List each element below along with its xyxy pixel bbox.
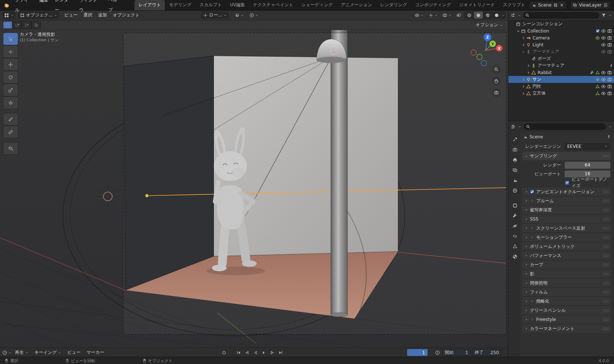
properties-tab-world[interactable] (510, 186, 520, 195)
workspace-tab-texture-paint[interactable]: テクスチャペイント (249, 0, 297, 10)
chevron-right-icon[interactable] (521, 35, 526, 41)
workspace-tab-layout[interactable]: レイアウト (134, 0, 165, 10)
frame-start-field[interactable]: 開始 1 (442, 349, 471, 356)
outliner-item-collection[interactable]: Collection (508, 27, 614, 34)
chevron-down-icon[interactable] (8, 351, 12, 355)
pan-button[interactable] (492, 77, 501, 85)
properties-tab-material[interactable] (510, 252, 520, 261)
camera-toggle-icon[interactable] (607, 35, 612, 41)
panel-drag-handle[interactable] (603, 199, 609, 203)
snap-toggle[interactable] (233, 11, 246, 19)
jump-last-button[interactable] (277, 349, 284, 356)
panel-drag-handle[interactable] (603, 154, 609, 158)
panel-drag-handle[interactable] (603, 190, 609, 194)
eye-icon[interactable] (601, 42, 606, 47)
eye-icon[interactable] (601, 91, 606, 96)
timeline-menu-playback[interactable]: 再生 (12, 348, 31, 357)
frame-end-field[interactable]: 終了 250 (472, 349, 501, 356)
shading-rendered-button[interactable] (492, 12, 501, 19)
timeline-editor-icon[interactable] (2, 350, 7, 355)
chevron-down-icon[interactable] (518, 14, 521, 17)
tool-annotate-button[interactable] (3, 113, 18, 125)
xray-toggle[interactable] (455, 11, 463, 19)
outliner-item-scene-collection[interactable]: シーンコレクション (508, 20, 614, 27)
menu-render[interactable]: レンダー (52, 0, 76, 15)
tool-cursor-button[interactable] (3, 46, 18, 58)
section-motion-blur[interactable]: モーションブラー (522, 233, 611, 241)
section-screen-space-reflections-checkbox[interactable] (530, 226, 534, 230)
eye-icon[interactable] (601, 70, 606, 75)
properties-tab-modifiers[interactable] (510, 211, 520, 221)
eye-icon[interactable] (601, 35, 606, 41)
axis-plus-y-ball[interactable]: Y (489, 41, 496, 47)
properties-search-input[interactable] (524, 123, 606, 130)
chevron-right-icon[interactable] (521, 77, 526, 82)
chevron-right-icon[interactable] (526, 63, 531, 68)
tool-rotate-button[interactable] (3, 71, 18, 83)
chevron-right-icon[interactable] (521, 91, 526, 96)
axis-minus-z-ball[interactable] (481, 61, 487, 66)
pin-icon[interactable] (607, 135, 611, 139)
panel-drag-handle[interactable] (603, 272, 609, 276)
panel-drag-handle[interactable] (603, 236, 609, 239)
current-frame-field[interactable]: 1 (407, 349, 428, 356)
chevron-down-icon[interactable] (608, 14, 612, 17)
outliner-item-sun[interactable]: サン (508, 76, 614, 83)
workspace-tab-scripting[interactable]: スクリプト (499, 0, 529, 10)
timeline-menu-marker[interactable]: マーカー (84, 348, 107, 357)
eye-icon[interactable] (601, 84, 606, 89)
workspace-tab-compositing[interactable]: コンポジティング (411, 0, 455, 10)
panel-drag-handle[interactable] (603, 318, 609, 321)
axis-minus-x-ball[interactable] (471, 50, 477, 55)
next-keyframe-button[interactable] (268, 349, 276, 356)
properties-tab-tool[interactable] (510, 135, 520, 144)
tool-move-button[interactable] (3, 58, 18, 70)
workspace-tab-shading[interactable]: シェーディング (297, 0, 337, 10)
render-engine-dropdown[interactable]: EEVEE (565, 143, 610, 150)
prev-keyframe-button[interactable] (243, 349, 251, 356)
gizmos-dropdown[interactable] (427, 11, 439, 19)
camera-view-button[interactable] (492, 88, 501, 97)
camera-toggle-icon[interactable] (607, 49, 612, 54)
section-film[interactable]: フィルム (522, 288, 611, 296)
jump-first-button[interactable] (235, 349, 242, 356)
section-bloom-checkbox[interactable] (530, 199, 534, 203)
camera-toggle-icon[interactable] (607, 91, 612, 96)
viewport-denoise-checkbox[interactable] (565, 180, 569, 185)
use-preview-range-button[interactable] (433, 349, 441, 356)
properties-tab-object-data[interactable] (510, 242, 520, 251)
panel-drag-handle[interactable] (603, 227, 609, 230)
properties-tab-scene[interactable] (510, 176, 520, 185)
outliner-item-pose[interactable]: ポーズ (508, 55, 614, 62)
section-performance[interactable]: パフォーマンス (522, 252, 611, 260)
menu-file[interactable]: ファイル (12, 0, 36, 15)
shading-material-button[interactable] (483, 12, 492, 19)
play-reverse-button[interactable] (251, 349, 259, 356)
tool-scale-button[interactable] (3, 84, 18, 96)
shading-wireframe-button[interactable] (465, 12, 474, 19)
outliner-item-armature[interactable]: アーマチュア (508, 48, 614, 55)
outliner-search-input[interactable] (523, 12, 599, 19)
chevron-right-icon[interactable] (521, 42, 526, 47)
outliner-item-cylinder[interactable]: 円柱 (508, 83, 614, 90)
outliner-item-camera[interactable]: Camera (508, 34, 614, 41)
panel-drag-handle[interactable] (603, 309, 609, 312)
workspace-tab-uv-editing[interactable]: UV編集 (226, 0, 249, 10)
panel-drag-handle[interactable] (603, 263, 609, 267)
timeline-menu-keying[interactable]: キーイング (32, 348, 64, 357)
camera-toggle-icon[interactable] (607, 70, 612, 75)
duplicate-scene-icon[interactable] (553, 3, 558, 7)
section-indirect-lighting[interactable]: 間接照明 (522, 279, 611, 287)
section-grease-pencil[interactable]: グリースペンシル (522, 306, 611, 314)
section-freestyle[interactable]: Freestyle (522, 315, 611, 323)
chevron-right-icon[interactable] (521, 84, 526, 89)
outliner-item-cube[interactable]: 立方体 (508, 90, 614, 97)
workspace-tab-rendering[interactable]: レンダリング (376, 0, 411, 10)
panel-drag-handle[interactable] (603, 218, 609, 221)
zoom-button[interactable] (492, 65, 501, 74)
axis-plus-z-ball[interactable]: Z (484, 34, 492, 41)
section-ambient-occlusion-checkbox[interactable] (530, 189, 534, 194)
properties-tab-constraints[interactable] (510, 231, 520, 241)
select-mode-intersect-button[interactable] (31, 21, 41, 29)
menu-help[interactable]: ヘルプ (105, 0, 125, 15)
